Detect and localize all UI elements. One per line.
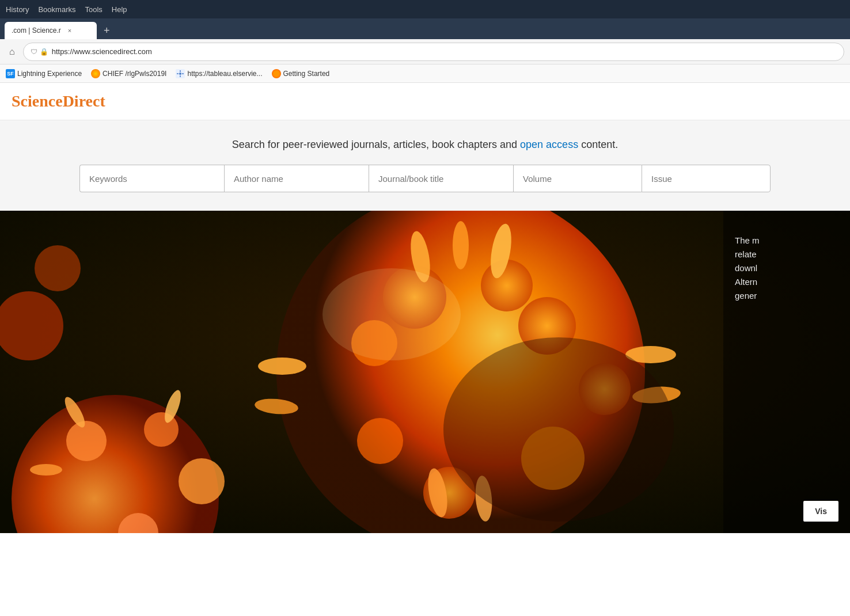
menu-bookmarks[interactable]: Bookmarks (38, 5, 75, 14)
lock-icon: 🔒 (40, 48, 48, 56)
search-desc-end: content. (578, 139, 618, 150)
home-button[interactable]: ⌂ (6, 44, 18, 59)
hero-text-panel: The m relate downl Altern gener Vis (723, 211, 850, 533)
address-url: https://www.sciencedirect.com (52, 47, 837, 56)
tab-close-button[interactable]: × (68, 27, 71, 34)
svg-point-34 (322, 268, 461, 360)
search-description: Search for peer-reviewed journals, artic… (12, 139, 838, 151)
hero-text-content: The m relate downl Altern gener (735, 234, 838, 303)
bookmark-tableau-icon (176, 69, 185, 78)
virus-illustration (0, 211, 850, 533)
hero-text-line5: gener (735, 291, 757, 301)
hero-text-line3: downl (735, 263, 757, 273)
bookmark-firefox-label: Getting Started (283, 70, 330, 78)
svg-point-27 (179, 458, 225, 504)
hero-visit-button[interactable]: Vis (803, 501, 838, 522)
menu-help[interactable]: Help (112, 5, 127, 14)
bookmark-chief[interactable]: CHIEF /rlgPwls2019I (91, 69, 166, 78)
bookmark-firefox[interactable]: Getting Started (272, 69, 330, 78)
svg-point-25 (66, 421, 107, 461)
hero-background: The m relate downl Altern gener Vis (0, 211, 850, 533)
hero-text-line2: relate (735, 249, 757, 259)
search-inputs-container (79, 165, 771, 192)
hero-text-line4: Altern (735, 277, 757, 287)
browser-tabbar: .com | Science.r × + (0, 18, 850, 39)
svg-point-35 (443, 337, 674, 522)
site-logo: ScienceDirect (12, 92, 838, 111)
hero-text-line1: The m (735, 235, 760, 245)
new-tab-button[interactable]: + (101, 22, 112, 39)
search-section: Search for peer-reviewed journals, artic… (0, 120, 850, 211)
bookmarks-bar: SF Lightning Experience CHIEF /rlgPwls20… (0, 64, 850, 83)
page-content: ScienceDirect Search for peer-reviewed j… (0, 83, 850, 533)
bookmark-sf-icon: SF (6, 69, 15, 78)
menu-history[interactable]: History (6, 5, 29, 14)
svg-point-0 (179, 73, 181, 75)
svg-point-33 (35, 245, 81, 291)
svg-point-30 (30, 464, 62, 476)
browser-titlebar: History Bookmarks Tools Help (0, 0, 850, 18)
search-desc-start: Search for peer-reviewed journals, artic… (232, 139, 520, 150)
open-access-link[interactable]: open access (520, 139, 578, 150)
bookmark-firefox-icon (272, 69, 281, 78)
svg-point-8 (481, 260, 533, 311)
bookmark-tableau[interactable]: https://tableau.elservie... (176, 69, 262, 78)
issue-input[interactable] (642, 165, 771, 192)
bookmark-chief-icon (91, 69, 100, 78)
browser-toolbar: ⌂ 🛡 🔒 https://www.sciencedirect.com (0, 39, 850, 64)
address-bar-icons: 🛡 🔒 (31, 48, 48, 56)
keywords-input[interactable] (79, 165, 224, 192)
bookmark-tableau-label: https://tableau.elservie... (187, 70, 262, 78)
volume-input[interactable] (513, 165, 642, 192)
hero-section: The m relate downl Altern gener Vis (0, 211, 850, 533)
bookmark-lightning[interactable]: SF Lightning Experience (6, 69, 82, 78)
bookmark-chief-label: CHIEF /rlgPwls2019I (103, 70, 166, 78)
journal-input[interactable] (369, 165, 513, 192)
shield-icon: 🛡 (31, 48, 37, 56)
browser-tab-active[interactable]: .com | Science.r × (5, 22, 97, 39)
browser-menu-bar: History Bookmarks Tools Help (6, 5, 127, 14)
address-bar[interactable]: 🛡 🔒 https://www.sciencedirect.com (23, 43, 844, 61)
menu-tools[interactable]: Tools (85, 5, 102, 14)
tab-label: .com | Science.r (12, 26, 61, 35)
svg-point-14 (357, 418, 403, 464)
author-input[interactable] (224, 165, 369, 192)
svg-point-22 (258, 358, 306, 375)
svg-point-16 (453, 221, 469, 269)
site-header: ScienceDirect (0, 83, 850, 120)
bookmark-lightning-label: Lightning Experience (17, 70, 82, 78)
